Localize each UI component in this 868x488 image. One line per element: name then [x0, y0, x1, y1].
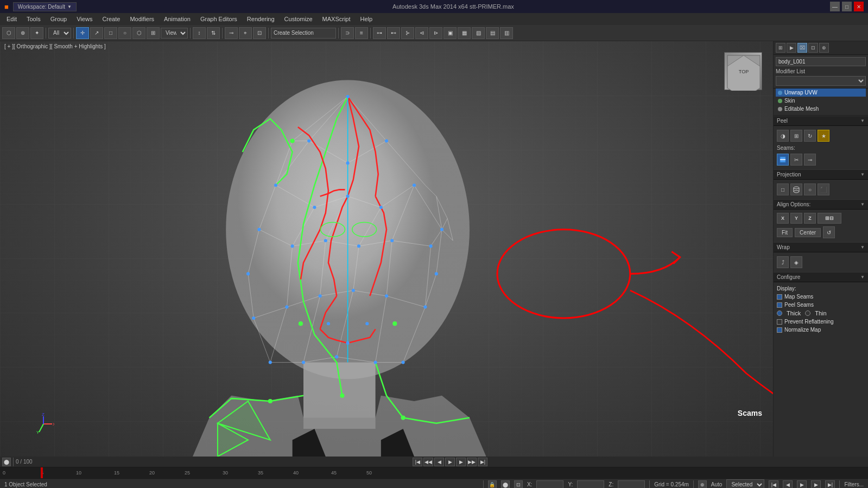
play-start-btn[interactable]: |◀ [413, 458, 422, 466]
lock-icon[interactable]: 🔒 [488, 480, 497, 489]
section-configure-header[interactable]: Configure ▼ [774, 272, 868, 282]
menu-maxscript[interactable]: MAXScript [318, 15, 355, 23]
tool-snap[interactable]: ⌖ [239, 27, 252, 39]
menu-graph-editors[interactable]: Graph Editors [196, 15, 242, 23]
wrap-icon-solid[interactable]: ◈ [790, 256, 802, 268]
bottom-play-start[interactable]: |◀ [769, 480, 778, 489]
tool-bone1[interactable]: ⊃ [341, 27, 354, 39]
tool-render2[interactable]: ▦ [458, 27, 471, 39]
tool-align5[interactable]: ⊳ [429, 27, 442, 39]
tool-cam[interactable]: ⊞ [147, 27, 160, 39]
tool-mirror[interactable]: ⊡ [253, 27, 266, 39]
select-filter[interactable]: All [48, 28, 71, 39]
panel-icon-hierarchy[interactable]: ⊡ [808, 43, 818, 53]
center-button[interactable]: Center [795, 228, 821, 237]
align-x[interactable]: X [777, 213, 789, 224]
minimize-button[interactable]: — [830, 2, 840, 11]
map-seams-checkbox[interactable] [777, 294, 782, 300]
menu-rendering[interactable]: Rendering [243, 15, 279, 23]
panel-icon-modifier[interactable]: ⌧ [797, 43, 807, 53]
viewport[interactable]: [ + ][ Orthographic ][ Smooth + Highligh… [0, 41, 773, 457]
create-selection-input[interactable] [271, 28, 336, 39]
y-input[interactable] [577, 480, 604, 489]
wrap-icon-path[interactable]: ⤴ [777, 256, 789, 268]
configure-normalize[interactable]: Normalize Map [777, 326, 865, 334]
proj-box[interactable]: ⬛ [818, 183, 829, 195]
normalize-checkbox[interactable] [777, 327, 782, 333]
maximize-button[interactable]: □ [842, 2, 852, 11]
timeline-key-btn[interactable]: ⬤ [2, 458, 11, 466]
tool-render1[interactable]: ▣ [443, 27, 457, 39]
tool-lasso[interactable]: ✦ [30, 27, 43, 39]
play-prev-frame[interactable]: ◀ [434, 458, 444, 466]
x-input[interactable] [536, 480, 563, 489]
reset-button[interactable]: ↺ [823, 226, 835, 238]
thick-radio[interactable] [777, 310, 782, 316]
modifier-editable-mesh[interactable]: Editable Mesh [776, 105, 866, 113]
peel-collapse-icon[interactable]: ▼ [860, 118, 865, 123]
viewport-canvas[interactable]: TOP X Y Z [0, 41, 773, 457]
peel-seams-checkbox[interactable] [777, 302, 782, 308]
menu-customize[interactable]: Customize [280, 15, 317, 23]
play-prev-btn[interactable]: ◀◀ [423, 458, 433, 466]
tool-render4[interactable]: ▤ [486, 27, 499, 39]
section-peel-header[interactable]: Peel ▼ [774, 116, 868, 126]
tool-circle[interactable]: ○ [118, 27, 131, 39]
menu-tools[interactable]: Tools [22, 15, 45, 23]
tool-link[interactable]: ⊸ [225, 27, 238, 39]
tool-bone2[interactable]: ≡ [355, 27, 368, 39]
tool-move[interactable]: ✛ [76, 27, 89, 39]
menu-views[interactable]: Views [72, 15, 97, 23]
seams-btn-select[interactable] [777, 154, 789, 166]
timeline-track[interactable]: 0 5 10 15 20 25 30 35 40 45 50 [0, 467, 868, 478]
peel-icon-rotate[interactable]: ↻ [804, 130, 816, 142]
tool-align4[interactable]: ⊲ [415, 27, 428, 39]
wrap-collapse-icon[interactable]: ▼ [860, 245, 865, 250]
configure-prevent[interactable]: Prevent Reflattening [777, 318, 865, 326]
tool-3d1[interactable]: ↕ [193, 27, 206, 39]
section-wrap-header[interactable]: Wrap ▼ [774, 242, 868, 252]
bottom-anim-icon[interactable]: ⬤ [501, 480, 510, 489]
seams-btn-point[interactable]: ⊸ [804, 154, 816, 166]
workspace-chevron-icon[interactable]: ▼ [67, 4, 72, 9]
tool-align2[interactable]: ⊷ [387, 27, 400, 39]
proj-sphere[interactable]: ○ [804, 183, 816, 195]
bottom-ik-icon[interactable]: ⊡ [514, 480, 523, 489]
panel-icon-motion[interactable]: ▶ [787, 43, 796, 53]
peel-icon-star[interactable]: ★ [818, 130, 829, 142]
modifier-unwrap-uvw[interactable]: Unwrap UVW [776, 88, 866, 97]
tool-poly[interactable]: ⬡ [132, 27, 145, 39]
filters-label[interactable]: Filters... [844, 481, 864, 487]
auto-select[interactable]: Selected [726, 479, 764, 489]
align-collapse-icon[interactable]: ▼ [860, 202, 865, 207]
tool-render5[interactable]: ▥ [500, 27, 513, 39]
align-z[interactable]: Z [804, 213, 816, 224]
play-end-btn[interactable]: ▶| [478, 458, 487, 466]
bottom-play-prev[interactable]: ◀ [783, 480, 793, 489]
section-align-header[interactable]: Align Options: ▼ [774, 199, 868, 210]
tool-arrow[interactable]: ↗ [90, 27, 103, 39]
bottom-play-end[interactable]: ▶| [825, 480, 835, 489]
configure-peel-seams[interactable]: Peel Seams [777, 301, 865, 309]
panel-icon-utility[interactable]: ⊕ [819, 43, 829, 53]
tool-square[interactable]: □ [104, 27, 117, 39]
play-next-btn[interactable]: ▶▶ [467, 458, 477, 466]
menu-modifiers[interactable]: Modifiers [125, 15, 159, 23]
navcube[interactable]: TOP [724, 52, 762, 90]
configure-map-seams[interactable]: Map Seams [777, 293, 865, 301]
play-next-frame[interactable]: ▶ [456, 458, 466, 466]
proj-flat[interactable]: □ [777, 183, 789, 195]
prevent-checkbox[interactable] [777, 319, 782, 325]
menu-help[interactable]: Help [356, 15, 377, 23]
time-tag-icon[interactable]: ⊕ [698, 480, 707, 489]
bottom-play[interactable]: ▶ [797, 480, 807, 489]
panel-icon-display[interactable]: ⊞ [776, 43, 785, 53]
section-projection-header[interactable]: Projection ▼ [774, 169, 868, 180]
tool-3d2[interactable]: ⇅ [207, 27, 220, 39]
projection-collapse-icon[interactable]: ▼ [860, 172, 865, 177]
proj-cylinder[interactable] [790, 183, 802, 195]
thin-radio[interactable] [805, 310, 810, 316]
z-input[interactable] [618, 480, 645, 489]
configure-collapse-icon[interactable]: ▼ [860, 275, 865, 280]
peel-icon-circle[interactable]: ◑ [777, 130, 789, 142]
